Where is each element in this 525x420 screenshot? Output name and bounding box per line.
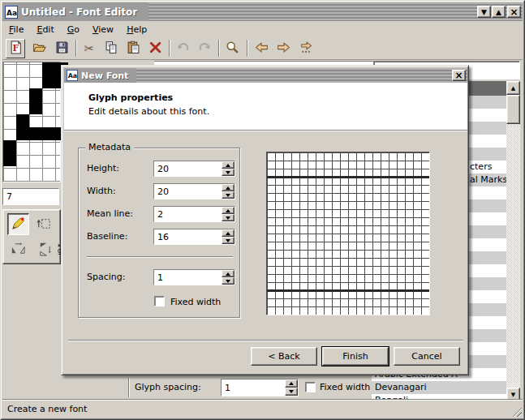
statusbar: Create a new font	[2, 401, 523, 418]
shade-button[interactable]: ▼	[477, 6, 491, 18]
forward-button[interactable]	[273, 39, 293, 58]
copy-button[interactable]	[101, 39, 121, 58]
block-list-row[interactable]: Devanagari	[372, 381, 506, 394]
dialog-header: Glyph properties Edit details about this…	[64, 83, 467, 130]
open-folder-icon	[32, 41, 46, 57]
save-button[interactable]	[52, 39, 71, 58]
redo-button[interactable]	[195, 39, 214, 58]
mean-line-label: Mean line:	[87, 208, 133, 219]
cut-button[interactable]: ✂	[80, 39, 99, 58]
undo-button[interactable]	[173, 39, 192, 58]
go-to-arrow-icon	[299, 41, 312, 57]
menu-item-file[interactable]: File	[2, 23, 30, 36]
spacing-label: Spacing:	[87, 272, 125, 282]
menu-item-go[interactable]: Go	[61, 23, 86, 36]
spacing-input[interactable]	[154, 270, 222, 285]
glyph-code-input[interactable]	[3, 189, 58, 204]
unshade-button[interactable]: ▲	[492, 6, 506, 18]
dialog-close-button[interactable]: ×	[452, 70, 466, 81]
scroll-up-button[interactable]: ▲	[506, 81, 520, 95]
new-font-button[interactable]: F	[6, 39, 25, 58]
spin-down-button[interactable]	[285, 388, 298, 396]
new-font-icon: F	[9, 41, 23, 57]
mean-line-spinner	[153, 206, 235, 222]
glyph-pixel[interactable]	[29, 88, 42, 101]
height-spinner	[153, 161, 235, 177]
spin-up-button[interactable]	[222, 161, 235, 169]
preview-grid	[266, 152, 430, 315]
copy-icon	[105, 41, 118, 57]
new-font-dialog: Aa New Font × Glyph properties Edit deta…	[61, 65, 469, 375]
glyph-pixel[interactable]	[42, 62, 55, 75]
spacing-spinner	[153, 269, 235, 285]
menu-item-help[interactable]: Help	[120, 23, 153, 36]
close-button[interactable]: ×	[507, 6, 521, 18]
pencil-icon	[10, 215, 27, 234]
wizard-back-button[interactable]: < Back	[251, 347, 317, 366]
spin-down-button[interactable]	[222, 191, 235, 199]
scissors-icon: ✂	[84, 41, 95, 56]
wizard-finish-button[interactable]: Finish	[322, 347, 389, 366]
menu-item-edit[interactable]: Edit	[30, 23, 60, 36]
glyph-spacing-spinner	[221, 379, 299, 396]
dialog-titlebar[interactable]: Aa New Font ×	[64, 68, 467, 83]
menu-item-view[interactable]: View	[86, 23, 120, 36]
back-button[interactable]	[252, 39, 271, 58]
spin-up-button[interactable]	[222, 184, 235, 191]
dialog-heading: Glyph properties	[88, 92, 173, 103]
width-input[interactable]	[154, 184, 222, 199]
pencil-tool-button[interactable]	[7, 213, 29, 235]
glyph-pixel[interactable]	[16, 114, 29, 127]
spin-up-button[interactable]	[285, 379, 298, 388]
spin-up-button[interactable]	[222, 207, 235, 214]
zoom-button[interactable]	[222, 39, 242, 58]
glyph-pixel[interactable]	[3, 153, 16, 166]
glyph-pixel[interactable]	[16, 127, 29, 140]
spin-down-button[interactable]	[222, 169, 235, 176]
spin-up-button[interactable]	[222, 270, 235, 277]
move-tool-button[interactable]	[33, 213, 55, 235]
glyph-spacing-input[interactable]	[222, 379, 285, 396]
resize-grip[interactable]	[511, 406, 522, 417]
spin-up-button[interactable]	[222, 229, 235, 237]
spin-down-button[interactable]	[222, 277, 235, 285]
glyph-pixel[interactable]	[42, 127, 55, 140]
svg-text:F: F	[12, 43, 19, 54]
scroll-thumb[interactable]	[506, 95, 520, 124]
scroll-track[interactable]	[506, 95, 520, 388]
open-button[interactable]	[29, 39, 49, 58]
magnifier-icon	[226, 41, 239, 57]
svg-text:Aa: Aa	[68, 72, 77, 79]
dialog-fixed-width-checkbox[interactable]	[154, 296, 165, 306]
width-label: Width:	[87, 186, 116, 196]
dialog-title: New Font	[81, 71, 128, 81]
titlebar[interactable]: Aa Untitled - Font Editor ▼ ▲ ×	[2, 2, 523, 21]
tool-palette: 90	[2, 209, 61, 264]
flip-vertical-icon	[36, 241, 53, 260]
go-to-button[interactable]	[295, 39, 315, 58]
mean-line-input[interactable]	[154, 207, 222, 221]
font-editor-window: Aa Untitled - Font Editor ▼ ▲ × File Edi…	[0, 0, 525, 420]
delete-button[interactable]	[145, 39, 165, 58]
spin-down-button[interactable]	[222, 237, 235, 244]
glyph-pixel[interactable]	[3, 140, 16, 153]
glyph-pixel[interactable]	[29, 101, 42, 114]
metadata-separator	[87, 256, 233, 258]
glyph-pixel[interactable]	[29, 127, 42, 140]
height-input[interactable]	[154, 161, 222, 176]
baseline-input[interactable]	[154, 229, 222, 244]
toolbar: F ✂	[2, 37, 523, 60]
metadata-legend: Metadata	[85, 142, 134, 152]
undo-icon	[176, 41, 190, 57]
glyph-pixel[interactable]	[42, 75, 55, 88]
glyph-grid[interactable]	[2, 62, 61, 182]
wizard-cancel-button[interactable]: Cancel	[394, 347, 460, 366]
paste-button[interactable]	[123, 39, 143, 58]
save-floppy-icon	[55, 41, 69, 57]
spin-down-button[interactable]	[222, 214, 235, 221]
paste-icon	[127, 41, 140, 57]
baseline-label: Baseline:	[87, 231, 127, 242]
fixed-width-checkbox[interactable]	[305, 382, 316, 392]
flip-horizontal-button[interactable]	[7, 239, 29, 261]
width-spinner	[153, 183, 235, 199]
